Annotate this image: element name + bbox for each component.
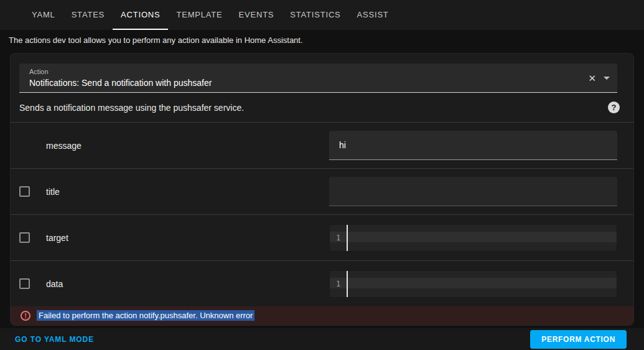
field-row-target: target 1 xyxy=(11,215,633,260)
tab-assist[interactable]: ASSIST xyxy=(349,0,397,30)
field-label-target: target xyxy=(46,233,68,243)
action-picker[interactable]: Action Notifications: Send a notificatio… xyxy=(19,64,617,93)
error-message: Failed to perform the action notify.push… xyxy=(37,310,254,321)
action-picker-value: Notifications: Send a notification with … xyxy=(29,78,574,88)
action-card: Action Notifications: Send a notificatio… xyxy=(10,53,634,326)
footer-bar: GO TO YAML MODE PERFORM ACTION xyxy=(0,328,644,350)
field-label-data: data xyxy=(46,279,63,289)
tab-yaml[interactable]: YAML xyxy=(24,0,63,30)
field-row-data: data 1 xyxy=(11,261,633,306)
tab-states[interactable]: STATES xyxy=(63,0,113,30)
tab-events[interactable]: EVENTS xyxy=(231,0,282,30)
action-picker-label: Action xyxy=(29,68,574,75)
message-input[interactable]: hi xyxy=(329,131,617,160)
target-editor-content[interactable] xyxy=(348,225,617,251)
service-description: Sends a notification message using the p… xyxy=(19,103,244,113)
tab-template[interactable]: TEMPLATE xyxy=(168,0,230,30)
go-to-yaml-mode-link[interactable]: GO TO YAML MODE xyxy=(15,335,94,344)
line-number: 1 xyxy=(330,271,347,297)
tab-actions[interactable]: ACTIONS xyxy=(113,0,168,30)
perform-action-button[interactable]: PERFORM ACTION xyxy=(530,330,627,349)
line-number: 1 xyxy=(330,225,347,251)
data-editor-content[interactable] xyxy=(348,271,617,297)
intro-text: The actions dev tool allows you to perfo… xyxy=(0,30,644,50)
alert-icon: ! xyxy=(21,311,30,321)
tab-statistics[interactable]: STATISTICS xyxy=(282,0,348,30)
help-icon[interactable]: ? xyxy=(608,102,620,113)
target-checkbox[interactable] xyxy=(19,232,30,243)
devtools-tab-bar: YAML STATES ACTIONS TEMPLATE EVENTS STAT… xyxy=(0,0,644,30)
field-label-message: message xyxy=(46,141,82,151)
field-row-title: title xyxy=(11,169,633,214)
chevron-down-icon[interactable] xyxy=(604,77,610,80)
service-description-row: Sends a notification message using the p… xyxy=(11,93,633,122)
action-picker-icons: ✕ xyxy=(588,64,610,92)
title-checkbox[interactable] xyxy=(19,186,30,197)
field-label-title: title xyxy=(46,187,60,197)
target-code-editor[interactable]: 1 xyxy=(329,224,617,252)
field-row-message: message hi xyxy=(11,123,633,168)
error-bar: ! Failed to perform the action notify.pu… xyxy=(11,306,633,325)
data-checkbox[interactable] xyxy=(19,278,30,289)
title-input[interactable] xyxy=(329,177,617,206)
clear-icon[interactable]: ✕ xyxy=(588,73,596,83)
data-code-editor[interactable]: 1 xyxy=(329,270,617,298)
